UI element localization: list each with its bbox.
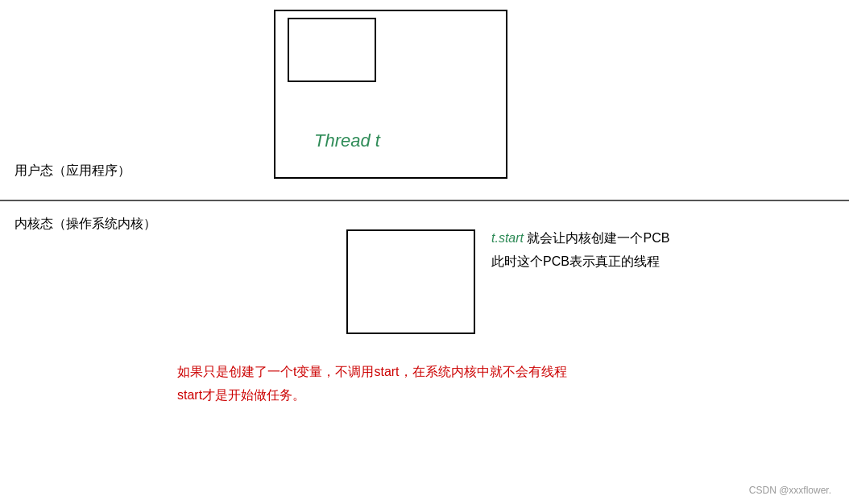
tstart-line1-suffix: 就会让内核创建一个PCB	[524, 231, 669, 245]
thread-t-label: Thread t	[314, 130, 380, 151]
thread-inner-box	[288, 18, 376, 82]
watermark-text: CSDN @xxxflower.	[749, 485, 831, 496]
user-space-text: 用户态（应用程序）	[14, 163, 130, 177]
red-note: 如果只是创建了一个t变量，不调用start，在系统内核中就不会有线程 start…	[177, 361, 567, 407]
tstart-line2: 此时这个PCB表示真正的线程	[491, 250, 669, 274]
main-canvas: Thread t 用户态（应用程序） 内核态（操作系统内核） t.start 就…	[0, 0, 849, 504]
tstart-keyword: t.start	[491, 231, 524, 245]
kernel-space-label: 内核态（操作系统内核）	[14, 216, 156, 233]
tstart-line1: t.start 就会让内核创建一个PCB	[491, 227, 669, 250]
user-space-label: 用户态（应用程序）	[14, 163, 130, 180]
divider-line	[0, 200, 849, 201]
tstart-description: t.start 就会让内核创建一个PCB 此时这个PCB表示真正的线程	[491, 227, 669, 274]
pcb-box	[346, 229, 475, 334]
kernel-space-text: 内核态（操作系统内核）	[14, 217, 156, 230]
red-note-line1: 如果只是创建了一个t变量，不调用start，在系统内核中就不会有线程	[177, 361, 567, 384]
watermark: CSDN @xxxflower.	[749, 485, 831, 496]
red-note-line2: start才是开始做任务。	[177, 384, 567, 407]
thread-label-text: Thread t	[314, 130, 380, 151]
